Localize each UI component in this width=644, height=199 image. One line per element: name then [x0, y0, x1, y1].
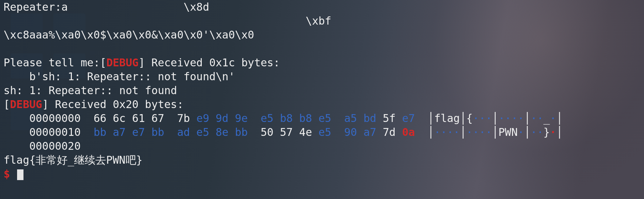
output-line: b'sh: 1: Repeater:: not found\n' — [4, 70, 235, 83]
output-line: sh: 1: Repeater:: not found — [4, 84, 177, 97]
output-line: Please tell me:[DEBUG] Received 0x1c byt… — [4, 56, 280, 69]
output-line: \xc8aaa%\xa0\x0$\xa0\x0&\xa0\x0'\xa0\x0 — [4, 29, 254, 41]
output-line: \xbf — [4, 15, 331, 27]
output-line: Repeater:a \x8d — [4, 1, 209, 13]
terminal-output[interactable]: Repeater:a \x8d \xbf \xc8aaa%\xa0\x0$\xa… — [0, 0, 644, 181]
output-line: [DEBUG] Received 0x20 bytes: — [4, 98, 184, 111]
hexdump-block: 00000000 66 6c 61 67 7b e9 9d 9e e5 b8 b… — [4, 112, 563, 152]
cursor-icon — [17, 169, 23, 180]
shell-prompt[interactable]: $ — [4, 168, 16, 180]
flag-line: flag{非常好_继续去PWN吧} — [4, 154, 143, 166]
debug-tag: DEBUG — [106, 56, 138, 69]
debug-tag: DEBUG — [10, 98, 42, 111]
